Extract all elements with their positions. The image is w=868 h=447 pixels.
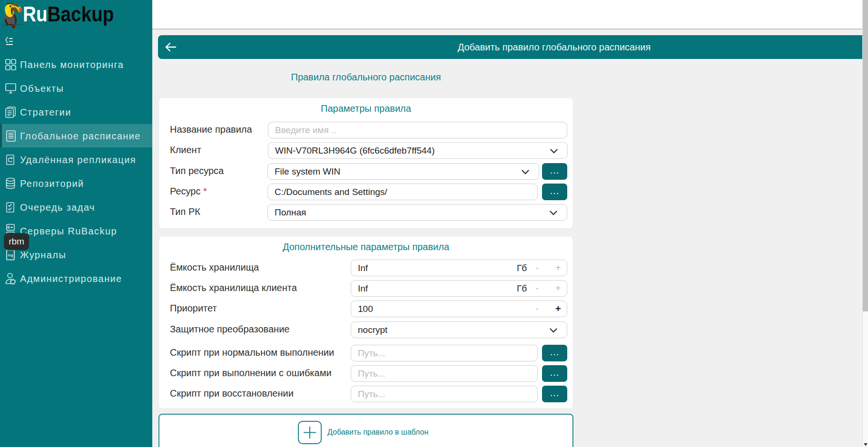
svg-text:log: log bbox=[8, 253, 13, 257]
